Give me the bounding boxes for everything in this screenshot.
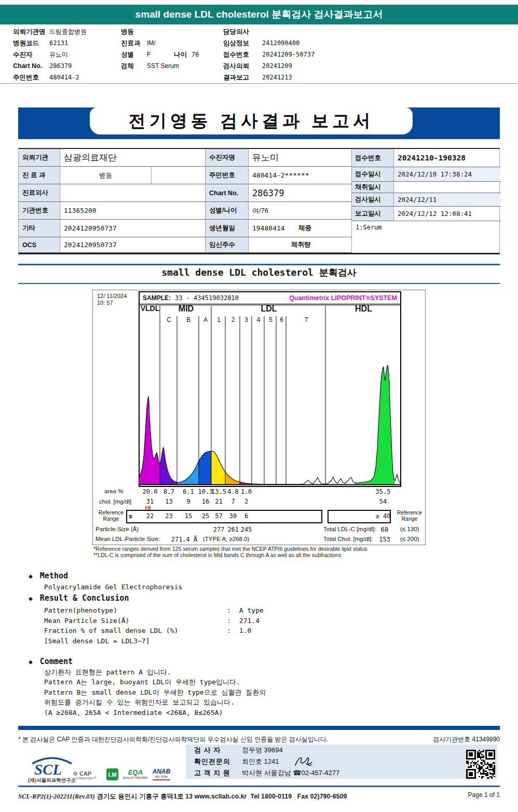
field-label: 진료과 <box>121 39 147 48</box>
field-value: 유노미 <box>49 50 68 59</box>
table-label: OCS <box>19 237 60 253</box>
band-sub-label-6: 6 <box>280 316 283 323</box>
birthdate-value: 19480414 <box>252 224 285 232</box>
header-col-3: 담당의사 임상정보2412090400 접수번호20241209-50737 검… <box>223 26 315 83</box>
chol-value: 21 <box>215 498 222 505</box>
ref-range-value: 23 <box>165 512 172 520</box>
band-sub-label-3: 3 <box>244 316 248 323</box>
area-row-label: area % <box>104 488 123 494</box>
comment-title: Comment <box>40 657 73 666</box>
eqa-sub-text: QUALITY ASSURED <box>123 775 148 780</box>
area-pct-value: 1.0 <box>241 488 252 495</box>
result-label: Pattern(phenotype) <box>44 606 227 614</box>
field-value: 286379 <box>49 62 72 70</box>
table-value: 2024/12/10 17:38:24 <box>394 167 500 182</box>
footer-blue-bar <box>18 726 500 730</box>
result-value: A type <box>239 606 264 614</box>
table-label: 진료의사 <box>19 184 60 202</box>
diamond-icon: ◆ <box>29 594 33 602</box>
lm-text: LM <box>108 772 117 778</box>
figure-time: 10: 57 <box>97 300 127 306</box>
lab-number: 검사기관번호 41349890 <box>433 735 500 744</box>
footer-rule <box>18 786 500 787</box>
field-value: 드림종합병원 <box>49 28 87 36</box>
curve-segment-ldl1 <box>211 451 225 484</box>
curve-outline <box>139 365 401 484</box>
field-value: 20241213 <box>262 74 292 81</box>
figure-particle-row: Particle-Size (Å) Total LDL-C [mg/dl]: 6… <box>93 525 425 535</box>
curve-segment-mid-b <box>177 461 199 484</box>
comment-line: 위험도를 증가시킬 수 있는 위험인자로 보고되고 있습니다. <box>44 697 266 707</box>
field-label: 담당의사 <box>223 28 262 36</box>
sample-amount-label: 체취량 <box>291 240 311 249</box>
section-rule-top <box>18 264 500 265</box>
total-chol-range: (≤ 200) <box>400 536 419 542</box>
cap-accredited-icon: ⚙ CAP ACCREDITED✓ <box>73 772 102 780</box>
less-equal-sign: ≤ <box>128 512 132 520</box>
band-sub-label-5: 5 <box>269 316 272 323</box>
header-divider <box>0 83 518 84</box>
brand-logo-text: Quantimetrix LIPOPRINT®SYSTEM <box>289 294 397 302</box>
table-value: 2024120950737 <box>60 237 206 253</box>
field-value: 20241209-50737 <box>262 51 315 58</box>
field-label: 의뢰기관명 <box>13 28 49 36</box>
table-value: 병동 <box>60 167 206 184</box>
curve-segment-mid-a <box>199 451 211 484</box>
table-value <box>60 184 206 202</box>
particle-size-value: 277 <box>213 526 225 533</box>
table-value <box>394 182 500 193</box>
band-sub-label-2: 2 <box>231 316 235 323</box>
field-label: 병동 <box>121 28 147 36</box>
field-value: 2412090400 <box>262 39 299 47</box>
ref-range-value: 30 <box>229 512 237 520</box>
chol-value: 9 <box>186 498 190 505</box>
anab-sub-text: ISO 15189 <box>153 774 171 779</box>
reference-box-left <box>126 510 322 523</box>
result-label: Mean Particle Size(Å) <box>44 617 227 625</box>
header-field: 의뢰기관명드림종합병원 <box>13 26 87 37</box>
signer-value: 정두영 39694 <box>242 746 283 755</box>
table-label: 기관번호 <box>19 202 60 220</box>
field-label: Chart No. <box>13 62 49 70</box>
total-ldl-label: Total LDL-C [mg/dl]: <box>323 526 376 532</box>
lab-fax: Fax 02)790-6509 <box>297 793 347 800</box>
header-field: 주민번호480414-2 <box>13 72 87 83</box>
table-value: 유노미 <box>249 149 352 167</box>
table-label: 접수번호 <box>352 149 394 167</box>
field-label: 검사의뢰 <box>223 62 262 71</box>
result-row: Fraction % of small dense LDL (%):1.0 <box>44 627 264 637</box>
field-label: 주민번호 <box>13 73 49 82</box>
signer-value: 박사현 서울강남 ☎02-457-4277 <box>242 768 339 778</box>
lab-report-page: small dense LDL cholesterol 분획검사 검사결과보고서… <box>0 0 518 812</box>
band-group-label-hdl: HDL <box>355 304 372 314</box>
page-indicator: Page 1 of 1 <box>468 791 500 799</box>
field-value: 76 <box>192 51 199 58</box>
header-col-1: 의뢰기관명드림종합병원 병원코드62131 수진자유노미 Chart No.28… <box>13 26 87 83</box>
header-field: 검체SST Serum <box>121 60 199 72</box>
ref-range-value: 22 <box>146 512 154 520</box>
ref-range-value: ≥ 40 <box>376 512 391 520</box>
chol-value: 54 <box>379 498 387 505</box>
figure-footnote-1: *Reference ranges derived from 125 serum… <box>93 546 367 552</box>
comment-line: Pattern A는 large, buoyant LDL이 우세한 type입… <box>44 677 266 687</box>
chol-value: 13 <box>165 498 172 505</box>
table-value: 체취량 <box>249 237 352 253</box>
header-field: 임상정보2412090400 <box>223 37 315 49</box>
table-label: 진 료 과 <box>19 167 60 184</box>
header-field: 병동 <box>121 26 199 37</box>
figure-datetime: 12/ 11/2024 10: 57 <box>97 293 127 306</box>
lab-website: www.scllab.co.kr <box>195 793 247 800</box>
colon: : <box>227 627 231 634</box>
report-title-bar: small dense LDL cholesterol 분획검사 검사결과보고서 <box>0 5 518 24</box>
chol-value: 31 <box>146 498 154 505</box>
table-label: Chart No. <box>206 184 249 202</box>
field-value: 480414-2 <box>49 74 79 81</box>
weight-label: 체중 <box>298 224 311 233</box>
table-value: 11365200 <box>60 202 206 220</box>
field-value: IM/ <box>147 39 156 47</box>
chol-row-label: chol. [mg/dl] <box>99 498 131 505</box>
scl-logo: SCL (재)서울의과학연구소 <box>23 757 80 784</box>
chol-value: 16 <box>202 498 209 505</box>
area-pct-value: 20.0 <box>143 488 158 495</box>
banner-title: 전기영동 검사결과 보고서 <box>90 107 413 134</box>
